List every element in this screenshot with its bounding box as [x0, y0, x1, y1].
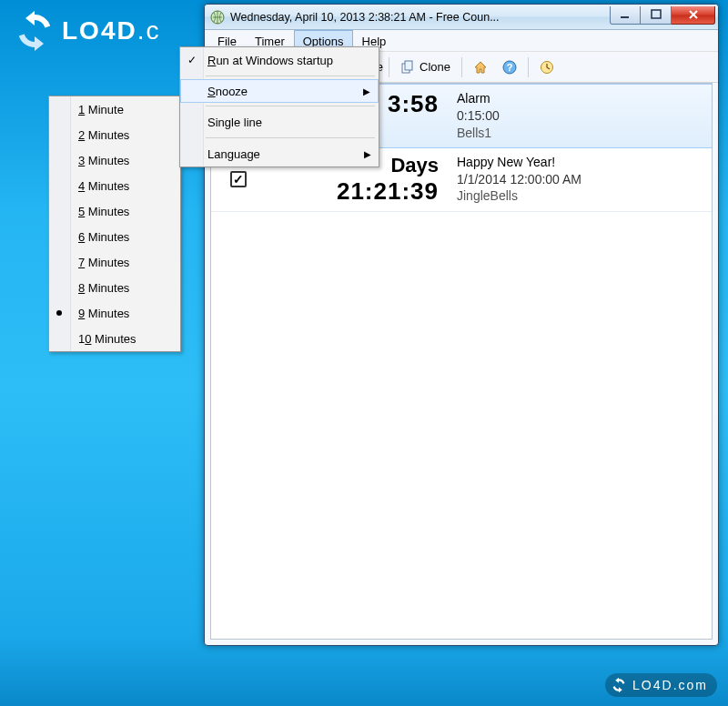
menu-separator	[206, 137, 375, 138]
watermark: LO4D.com	[605, 673, 717, 697]
timer-schedule: 1/1/2014 12:00:00 AM	[457, 171, 703, 188]
toolbar-separator	[389, 57, 389, 77]
snooze-option[interactable]: 5 Minutes	[49, 198, 180, 224]
maximize-button[interactable]	[641, 6, 672, 25]
snooze-option[interactable]: 1 Minute	[49, 96, 180, 122]
clone-button[interactable]: Clone	[395, 57, 456, 77]
snooze-option[interactable]: 2 Minutes	[49, 122, 180, 147]
option-single-line[interactable]: Single line	[180, 109, 379, 135]
toolbar-separator	[528, 57, 529, 77]
window-controls	[610, 6, 715, 25]
snooze-submenu: 1 Minute 2 Minutes 3 Minutes 4 Minutes 5…	[48, 96, 181, 352]
logo-text: LO4D.c	[62, 16, 160, 45]
timer-schedule: 0:15:00	[457, 107, 703, 125]
help-icon: ?	[502, 60, 517, 75]
snooze-option[interactable]: 4 Minutes	[49, 173, 180, 198]
submenu-arrow-icon: ▶	[363, 86, 370, 96]
menu-separator	[206, 76, 375, 76]
option-snooze[interactable]: Snooze ▶	[180, 79, 379, 103]
clock-icon	[540, 60, 554, 75]
titlebar[interactable]: Wednesday, April 10, 2013 2:38:21 AM - F…	[205, 5, 718, 30]
refresh-arrows-icon	[611, 677, 627, 693]
timer-sound: Bells1	[457, 125, 703, 142]
timer-sound: JingleBells	[457, 187, 703, 205]
app-icon	[210, 10, 225, 25]
minimize-button[interactable]	[610, 6, 641, 25]
snooze-option[interactable]: 10 Minutes	[49, 326, 180, 351]
desktop-background: LO4D.c Wednesday, April 10, 2013 2:38:21…	[0, 0, 728, 706]
window-title: Wednesday, April 10, 2013 2:38:21 AM - F…	[230, 11, 610, 24]
svg-rect-1	[621, 16, 629, 18]
refresh-arrows-icon	[13, 9, 56, 53]
clone-icon	[400, 60, 415, 75]
svg-rect-4	[405, 61, 412, 70]
clock-button[interactable]	[534, 57, 560, 77]
submenu-arrow-icon: ▶	[364, 149, 371, 159]
options-dropdown: ✓ Run at Windows startup Snooze ▶ Single…	[179, 46, 379, 167]
clone-label: Clone	[420, 60, 450, 74]
close-button[interactable]	[672, 6, 715, 25]
svg-text:?: ?	[507, 62, 513, 73]
snooze-option[interactable]: 8 Minutes	[49, 275, 180, 300]
lo4d-logo: LO4D.c	[13, 9, 160, 53]
snooze-option[interactable]: 3 Minutes	[49, 147, 180, 173]
snooze-option-selected[interactable]: 9 Minutes	[49, 300, 180, 326]
bullet-icon	[56, 310, 62, 316]
snooze-option[interactable]: 6 Minutes	[49, 224, 180, 249]
home-button[interactable]	[468, 57, 493, 77]
svg-rect-2	[652, 10, 661, 18]
menu-separator	[206, 106, 375, 106]
timer-name: Happy New Year!	[457, 154, 703, 171]
checkmark-icon: ✓	[187, 54, 197, 66]
help-button[interactable]: ?	[497, 57, 522, 77]
home-icon	[473, 60, 488, 75]
toolbar-separator	[461, 57, 462, 77]
option-run-at-startup[interactable]: ✓ Run at Windows startup	[180, 47, 379, 73]
timer-name: Alarm	[457, 90, 703, 107]
watermark-text: LO4D.com	[632, 678, 708, 692]
snooze-option[interactable]: 7 Minutes	[49, 249, 180, 275]
option-language[interactable]: Language ▶	[180, 141, 379, 166]
